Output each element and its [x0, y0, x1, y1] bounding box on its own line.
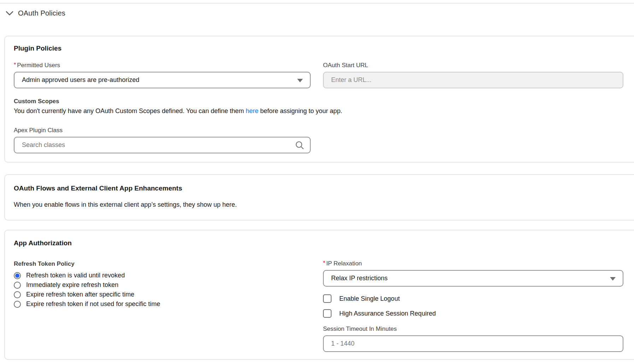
enable-single-logout-row[interactable]: Enable Single Logout: [323, 294, 623, 303]
custom-scopes-here-link[interactable]: here: [246, 107, 258, 115]
plugin-policies-heading: Plugin Policies: [14, 44, 623, 53]
app-authorization-card: App Authorization Refresh Token Policy R…: [4, 230, 634, 360]
chevron-down-icon[interactable]: [6, 11, 13, 16]
radio-unselected-icon[interactable]: [14, 301, 21, 308]
checkbox-unchecked-icon[interactable]: [323, 294, 331, 303]
app-authorization-heading: App Authorization: [14, 239, 623, 247]
oauth-start-url-input: [324, 72, 623, 88]
oauth-policies-section-toggle[interactable]: OAuth Policies: [6, 9, 65, 17]
ip-relaxation-value: Relax IP restrictions: [331, 275, 605, 282]
permitted-users-combobox[interactable]: Admin approved users are pre-authorized: [14, 72, 311, 88]
high-assurance-session-row[interactable]: High Assurance Session Required: [323, 309, 623, 318]
refresh-token-policy-radio-group: Refresh token is valid until revoked Imm…: [14, 271, 311, 309]
cards-container: Plugin Policies * Permitted Users Admin …: [4, 36, 634, 360]
apex-plugin-class-search-wrap: [14, 137, 311, 153]
required-asterisk: *: [323, 260, 325, 266]
radio-selected-icon[interactable]: [14, 272, 21, 279]
ip-relaxation-combobox[interactable]: Relax IP restrictions: [323, 270, 623, 287]
radio-option-expire-if-not-used[interactable]: Expire refresh token if not used for spe…: [14, 299, 311, 309]
radio-option-valid-until-revoked[interactable]: Refresh token is valid until revoked: [14, 271, 311, 280]
section-title: OAuth Policies: [18, 9, 65, 17]
dropdown-caret-icon: [297, 79, 303, 82]
oauth-start-url-label: OAuth Start URL: [323, 62, 623, 69]
radio-unselected-icon[interactable]: [14, 291, 21, 298]
dropdown-caret-icon: [610, 277, 616, 281]
plugin-policies-card: Plugin Policies * Permitted Users Admin …: [4, 36, 634, 163]
oauth-start-url-input-wrap: [323, 72, 623, 88]
oauth-flows-heading: OAuth Flows and External Client App Enha…: [14, 184, 623, 193]
apex-plugin-class-search-input[interactable]: [14, 137, 290, 153]
top-divider: [0, 3, 634, 4]
ip-relaxation-label: * IP Relaxation: [323, 260, 623, 267]
session-timeout-input[interactable]: [324, 336, 623, 351]
checkbox-group: Enable Single Logout High Assurance Sess…: [323, 294, 623, 318]
radio-unselected-icon[interactable]: [14, 282, 21, 289]
custom-scopes-text: You don't currently have any OAuth Custo…: [14, 107, 623, 116]
permitted-users-value: Admin approved users are pre-authorized: [22, 76, 292, 84]
apex-plugin-class-label: Apex Plugin Class: [14, 127, 311, 134]
search-icon: [295, 141, 304, 150]
permitted-users-label: * Permitted Users: [14, 62, 311, 69]
oauth-policies-page: OAuth Policies Plugin Policies * Permitt…: [0, 0, 634, 364]
custom-scopes-label: Custom Scopes: [14, 98, 623, 105]
session-timeout-label: Session Timeout In Minutes: [323, 325, 623, 333]
checkbox-unchecked-icon[interactable]: [323, 309, 331, 318]
session-timeout-input-wrap: [323, 335, 623, 352]
required-asterisk: *: [14, 62, 16, 68]
oauth-flows-description: When you enable flows in this external c…: [14, 200, 623, 209]
radio-option-immediately-expire[interactable]: Immediately expire refresh token: [14, 280, 311, 290]
radio-option-expire-after-time[interactable]: Expire refresh token after specific time: [14, 290, 311, 299]
oauth-flows-card: OAuth Flows and External Client App Enha…: [4, 174, 634, 221]
refresh-token-policy-label: Refresh Token Policy: [14, 260, 311, 268]
